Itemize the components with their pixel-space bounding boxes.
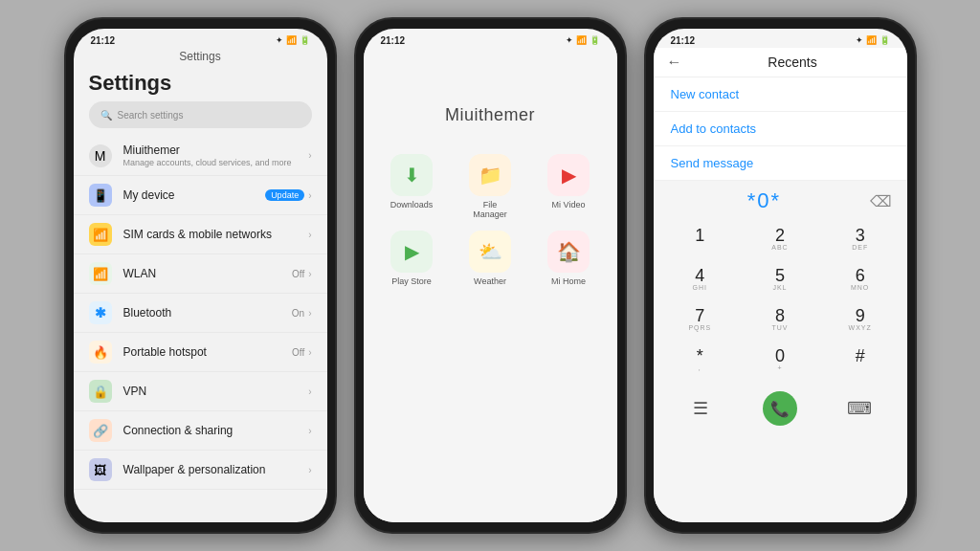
phone-settings: 21:12 ✦ 📶 🔋 Settings Settings 🔍 Search s… xyxy=(64,17,337,534)
item-right-mydevice: Update › xyxy=(265,189,311,201)
settings-item-mydevice[interactable]: 📱 My device Update › xyxy=(74,176,327,215)
dial-key-9[interactable]: 9 WXYZ xyxy=(821,301,900,340)
dial-key-7[interactable]: 7 PQRS xyxy=(661,301,740,340)
call-button[interactable]: 📞 xyxy=(741,384,820,433)
app-weather[interactable]: ⛅ Weather xyxy=(457,231,523,286)
app-downloads[interactable]: ⬇ Downloads xyxy=(378,154,445,219)
chevron-icon: › xyxy=(308,230,311,240)
connection-icon: 🔗 xyxy=(89,419,112,442)
status-icons-2: ✦ 📶 🔋 xyxy=(566,35,600,45)
settings-item-wlan[interactable]: 📶 WLAN Off › xyxy=(74,254,327,294)
playstore-label: Play Store xyxy=(391,276,432,286)
chevron-icon: › xyxy=(308,347,311,358)
status-bar-3: 21:12 ✦ 📶 🔋 xyxy=(654,29,907,48)
downloads-icon: ⬇ xyxy=(390,154,433,196)
wlan-icon: 📶 xyxy=(89,262,112,285)
item-title-wallpaper: Wallpaper & personalization xyxy=(123,463,298,476)
item-right-hotspot: Off › xyxy=(292,347,312,358)
downloads-label: Downloads xyxy=(390,200,434,209)
item-text-mydevice: My device xyxy=(123,188,255,202)
vpn-icon: 🔒 xyxy=(89,380,112,403)
item-title-hotspot: Portable hotspot xyxy=(123,345,281,359)
settings-item-sim[interactable]: 📶 SIM cards & mobile networks › xyxy=(74,215,327,254)
item-subtitle-miuithemer: Manage accounts, cloud services, and mor… xyxy=(123,158,298,167)
settings-item-miuithemer[interactable]: M Miuithemer Manage accounts, cloud serv… xyxy=(74,136,327,176)
hotspot-icon: 🔥 xyxy=(89,341,112,364)
item-right-connection: › xyxy=(308,426,311,436)
phone-miuithemer: 21:12 ✦ 📶 🔋 Miuithemer ⬇ Downloads xyxy=(354,17,627,534)
call-icon: 📞 xyxy=(763,391,797,426)
wallpaper-icon: 🖼 xyxy=(89,458,112,481)
item-text-sim: SIM cards & mobile networks xyxy=(123,228,298,241)
filemanager-icon: 📁 xyxy=(469,154,511,196)
item-title-sim: SIM cards & mobile networks xyxy=(123,228,298,241)
settings-item-hotspot[interactable]: 🔥 Portable hotspot Off › xyxy=(74,333,327,372)
dialpad-button[interactable]: ⌨ xyxy=(820,384,900,433)
bluetooth-value: On xyxy=(292,308,304,319)
settings-item-vpn[interactable]: 🔒 VPN › xyxy=(74,372,327,411)
dial-key-2[interactable]: 2 ABC xyxy=(741,221,819,259)
item-right-sim: › xyxy=(308,230,311,240)
mivideo-label: Mi Video xyxy=(552,200,586,209)
filemanager-label: FileManager xyxy=(473,200,507,219)
dial-key-star[interactable]: * , xyxy=(661,342,740,380)
chevron-icon: › xyxy=(308,465,311,475)
app-mivideo[interactable]: ▶ Mi Video xyxy=(535,154,602,219)
update-badge[interactable]: Update xyxy=(265,189,304,201)
chevron-icon: › xyxy=(308,190,311,201)
status-bar-2: 21:12 ✦ 📶 🔋 xyxy=(364,29,617,48)
dial-key-5[interactable]: 5 JKL xyxy=(741,261,819,299)
backspace-button[interactable]: ⌫ xyxy=(870,192,892,210)
chevron-icon: › xyxy=(308,386,311,397)
item-title-wlan: WLAN xyxy=(123,267,281,280)
mihome-label: Mi Home xyxy=(551,276,586,286)
status-icons-1: ✦ 📶 🔋 xyxy=(276,35,310,45)
item-right-bluetooth: On › xyxy=(292,308,312,319)
miuithemer-screen: 21:12 ✦ 📶 🔋 Miuithemer ⬇ Downloads xyxy=(364,29,617,522)
dial-key-0[interactable]: 0 + xyxy=(741,342,819,380)
chevron-icon: › xyxy=(308,150,311,161)
send-message-button[interactable]: Send message xyxy=(654,146,907,181)
mydevice-icon: 📱 xyxy=(89,184,112,207)
dial-grid: 1 2 ABC 3 DEF 4 GHI 5 JKL xyxy=(654,221,907,380)
dial-key-8[interactable]: 8 TUV xyxy=(741,301,819,340)
app-mihome[interactable]: 🏠 Mi Home xyxy=(535,231,602,286)
dialer-screen: 21:12 ✦ 📶 🔋 ← Recents New contact Add to… xyxy=(654,29,907,522)
mihome-icon: 🏠 xyxy=(547,231,590,273)
search-bar[interactable]: 🔍 Search settings xyxy=(89,101,312,128)
phone-dialer: 21:12 ✦ 📶 🔋 ← Recents New contact Add to… xyxy=(644,17,917,534)
item-title-connection: Connection & sharing xyxy=(123,424,298,437)
add-to-contacts-button[interactable]: Add to contacts xyxy=(654,112,907,146)
playstore-icon: ▶ xyxy=(390,231,433,273)
item-right-miuithemer: › xyxy=(308,150,311,161)
new-contact-button[interactable]: New contact xyxy=(654,77,907,112)
weather-label: Weather xyxy=(474,276,506,286)
dial-bottom-row: ☰ 📞 ⌨ xyxy=(654,384,907,433)
item-title-miuithemer: Miuithemer xyxy=(123,143,298,157)
settings-item-bluetooth[interactable]: ✱ Bluetooth On › xyxy=(74,294,327,333)
time-3: 21:12 xyxy=(671,35,696,46)
hotspot-value: Off xyxy=(292,347,304,358)
item-text-wlan: WLAN xyxy=(123,267,281,280)
item-text-wallpaper: Wallpaper & personalization xyxy=(123,463,298,476)
dial-key-1[interactable]: 1 xyxy=(661,221,740,259)
dial-number: *0* xyxy=(669,188,860,213)
status-bar-1: 21:12 ✦ 📶 🔋 xyxy=(74,29,327,48)
settings-item-wallpaper[interactable]: 🖼 Wallpaper & personalization › xyxy=(74,451,327,490)
app-playstore[interactable]: ▶ Play Store xyxy=(378,231,445,286)
dialer-display: *0* ⌫ 1 2 ABC 3 DEF 4 GHI xyxy=(654,181,907,522)
dial-key-3[interactable]: 3 DEF xyxy=(821,221,900,259)
item-title-bluetooth: Bluetooth xyxy=(123,306,280,320)
settings-item-connection[interactable]: 🔗 Connection & sharing › xyxy=(74,411,327,451)
back-button[interactable]: ← xyxy=(667,54,682,71)
item-right-wallpaper: › xyxy=(308,465,311,475)
app-filemanager[interactable]: 📁 FileManager xyxy=(457,154,523,219)
item-right-wlan: Off › xyxy=(292,269,312,279)
dial-key-4[interactable]: 4 GHI xyxy=(661,261,740,299)
time-2: 21:12 xyxy=(381,35,406,46)
menu-button[interactable]: ☰ xyxy=(661,384,741,433)
dial-key-6[interactable]: 6 MNO xyxy=(821,261,900,299)
chevron-icon: › xyxy=(308,426,311,436)
weather-icon: ⛅ xyxy=(469,231,511,273)
dial-key-hash[interactable]: # xyxy=(821,342,900,380)
